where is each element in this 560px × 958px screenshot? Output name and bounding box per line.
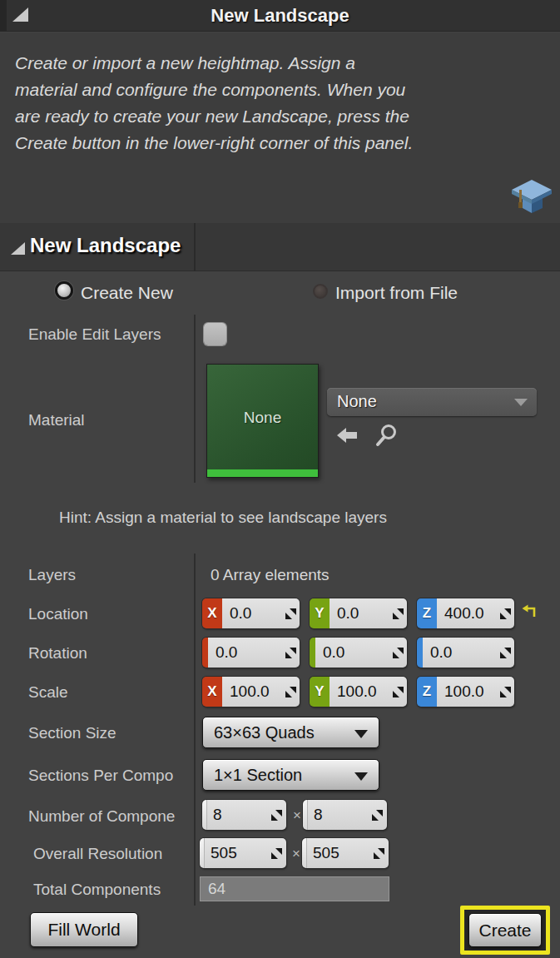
number-of-components-y-field[interactable]: 8 [303, 800, 387, 830]
sections-per-component-label: Sections Per Compo [28, 767, 173, 785]
rotation-z-value[interactable]: 0.0 [430, 643, 452, 662]
layers-label: Layers [28, 566, 76, 584]
rotation-y-value[interactable]: 0.0 [323, 643, 344, 662]
diagonal-drag-icon[interactable] [285, 648, 296, 658]
axis-x-tab: X [202, 598, 222, 628]
chevron-down-icon [514, 399, 528, 406]
sections-per-component-dropdown[interactable]: 1×1 Section [202, 759, 379, 791]
overall-resolution-label: Overall Resolution [33, 845, 162, 863]
material-asset-dropdown[interactable]: None [327, 388, 537, 416]
axis-y-tab: Y [310, 598, 330, 628]
section-collapse-triangle-icon[interactable] [11, 242, 25, 255]
location-z-value[interactable]: 400.0 [444, 604, 484, 623]
diagonal-drag-icon[interactable] [271, 810, 282, 821]
diagonal-drag-icon[interactable] [393, 608, 404, 619]
location-y-value[interactable]: 0.0 [337, 604, 359, 623]
total-components-label: Total Components [33, 881, 161, 899]
axis-z-tab: Z [417, 598, 437, 628]
panel-title-bar: New Landscape [0, 0, 560, 32]
section-header[interactable]: New Landscape [0, 223, 560, 271]
radio-create-new-label[interactable]: Create New [81, 283, 173, 303]
create-button-focus-frame: Create [460, 906, 550, 955]
material-hint-text: Hint: Assign a material to see landscape… [59, 509, 387, 527]
scale-x-field[interactable]: X 100.0 [202, 677, 300, 707]
radio-import-from-file[interactable] [313, 284, 328, 299]
diagonal-drag-icon[interactable] [372, 810, 383, 821]
axis-z-tab: Z [417, 677, 437, 707]
fill-world-button[interactable]: Fill World [30, 912, 138, 947]
scale-y-value[interactable]: 100.0 [337, 683, 377, 701]
scale-z-field[interactable]: Z 100.0 [417, 677, 514, 707]
overall-resolution-y-value[interactable]: 505 [313, 844, 339, 862]
axis-y-tab: Y [310, 677, 330, 707]
diagonal-drag-icon[interactable] [500, 687, 511, 697]
chevron-down-icon [354, 730, 368, 738]
number-of-components-y-value[interactable]: 8 [314, 806, 323, 824]
reset-to-default-icon[interactable] [521, 603, 538, 619]
material-thumbnail[interactable]: None [206, 364, 319, 478]
description-text: Create or import a new heightmap. Assign… [0, 32, 560, 156]
rotation-y-field[interactable]: 0.0 [310, 638, 407, 668]
axis-x-tab: X [202, 677, 222, 707]
diagonal-drag-icon[interactable] [271, 848, 282, 859]
scale-label: Scale [28, 683, 68, 702]
material-thumbnail-stripe [207, 469, 318, 477]
description-line: Create or import a new heightmap. Assign… [15, 50, 548, 77]
multiply-separator: × [292, 846, 300, 862]
radio-create-new[interactable] [55, 281, 73, 300]
material-label: Material [28, 411, 85, 429]
total-components-field: 64 [200, 876, 389, 901]
material-asset-value: None [337, 392, 377, 411]
location-z-field[interactable]: Z 400.0 [417, 598, 514, 628]
rotation-z-field[interactable]: 0.0 [417, 638, 514, 668]
create-button[interactable]: Create [468, 913, 542, 947]
diagonal-drag-icon[interactable] [393, 648, 404, 658]
diagonal-drag-icon[interactable] [500, 608, 511, 619]
location-y-field[interactable]: Y 0.0 [310, 598, 407, 628]
total-components-value: 64 [208, 880, 225, 898]
rotation-x-field[interactable]: 0.0 [202, 638, 300, 668]
rotation-label: Rotation [28, 644, 87, 663]
radio-import-from-file-label[interactable]: Import from File [335, 283, 458, 303]
description-line: Create button in the lower-right corner … [15, 130, 548, 156]
axis-z-tab [417, 638, 423, 668]
column-divider [194, 315, 196, 483]
number-of-components-x-field[interactable]: 8 [202, 800, 286, 830]
location-label: Location [28, 605, 88, 623]
multiply-separator: × [293, 807, 301, 824]
description-line: material and configure the components. W… [15, 77, 548, 103]
sections-per-component-value: 1×1 Section [214, 766, 302, 785]
diagonal-drag-icon[interactable] [393, 687, 404, 697]
browse-asset-magnifier-icon[interactable] [375, 423, 398, 448]
diagonal-drag-icon[interactable] [374, 848, 384, 859]
overall-resolution-y-field[interactable]: 505 [302, 838, 389, 868]
section-size-value: 63×63 Quads [214, 723, 315, 742]
section-size-dropdown[interactable]: 63×63 Quads [202, 717, 379, 748]
scale-y-field[interactable]: Y 100.0 [310, 677, 407, 707]
use-selected-asset-arrow-icon[interactable] [336, 426, 358, 444]
enable-edit-layers-checkbox[interactable] [204, 323, 226, 345]
diagonal-drag-icon[interactable] [500, 648, 511, 658]
panel-title: New Landscape [0, 5, 560, 27]
number-of-components-x-value[interactable]: 8 [213, 806, 222, 824]
number-of-components-label: Number of Compone [28, 807, 175, 826]
material-thumbnail-text: None [207, 409, 318, 427]
column-divider [194, 553, 196, 906]
location-x-value[interactable]: 0.0 [230, 604, 251, 623]
overall-resolution-x-value[interactable]: 505 [211, 844, 237, 862]
new-landscape-panel: New Landscape Create or import a new hei… [0, 0, 560, 958]
rotation-x-value[interactable]: 0.0 [216, 643, 237, 662]
diagonal-drag-icon[interactable] [285, 608, 296, 619]
overall-resolution-x-field[interactable]: 505 [200, 838, 286, 868]
section-size-label: Section Size [28, 724, 116, 742]
description-line: are ready to create your new Landscape, … [15, 103, 548, 130]
scale-z-value[interactable]: 100.0 [444, 683, 484, 701]
column-divider [194, 223, 196, 271]
scale-x-value[interactable]: 100.0 [230, 683, 270, 701]
layers-array-value: 0 Array elements [211, 566, 330, 584]
chevron-down-icon [354, 772, 368, 781]
diagonal-drag-icon[interactable] [285, 687, 296, 697]
axis-x-tab [202, 638, 208, 668]
graduation-cap-icon[interactable] [510, 176, 553, 215]
location-x-field[interactable]: X 0.0 [202, 598, 300, 628]
